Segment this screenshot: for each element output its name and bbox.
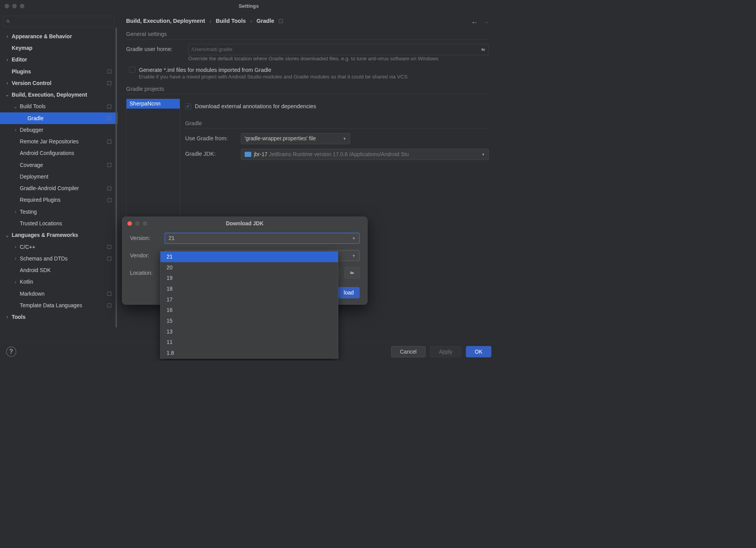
sidebar-item-label: Android SDK <box>20 267 51 274</box>
sidebar-item-build-tools[interactable]: ⌄Build Tools <box>0 101 117 112</box>
scope-icon <box>107 104 112 109</box>
help-button[interactable]: ? <box>6 347 16 357</box>
sidebar-item-languages-frameworks[interactable]: ⌄Languages & Frameworks <box>0 230 117 241</box>
gradle-jdk-label: Gradle JDK: <box>185 149 235 157</box>
sidebar-item-gradle-android-compiler[interactable]: Gradle-Android Compiler <box>0 182 117 194</box>
chevron-down-icon: ⌄ <box>13 104 18 109</box>
chevron-right-icon: › <box>5 34 10 39</box>
sidebar-item-label: Appearance & Behavior <box>12 33 72 39</box>
close-dot[interactable] <box>5 4 9 9</box>
sidebar-item-template-data-languages[interactable]: Template Data Languages <box>0 300 117 311</box>
iml-checkbox[interactable] <box>129 66 135 73</box>
browse-location-button[interactable] <box>344 267 359 279</box>
sidebar-item-label: Coverage <box>20 162 43 168</box>
sidebar-item-kotlin[interactable]: ›Kotlin <box>0 276 117 288</box>
minimize-dot[interactable] <box>12 4 17 9</box>
sidebar-item-keymap[interactable]: Keymap <box>0 42 117 54</box>
sidebar-item-label: Deployment <box>20 174 48 180</box>
sidebar-item-c-c-[interactable]: ›C/C++ <box>0 241 117 253</box>
sidebar-item-editor[interactable]: ›Editor <box>0 54 117 65</box>
section-projects: Gradle projects <box>126 86 489 94</box>
close-dot[interactable] <box>128 221 132 226</box>
sidebar-item-remote-jar-repositories[interactable]: Remote Jar Repositories <box>0 136 117 147</box>
chevron-right-icon: › <box>13 127 18 133</box>
zoom-dot[interactable] <box>20 4 24 9</box>
folder-icon <box>349 271 354 275</box>
sidebar-item-version-control[interactable]: ›Version Control <box>0 77 117 89</box>
scope-icon <box>107 140 112 144</box>
sidebar-item-label: Kotlin <box>20 279 33 285</box>
download-jdk-dialog: Download JDK Version: 21 ▼ Vendor: ▼ Loc… <box>122 217 368 305</box>
sidebar-item-coverage[interactable]: Coverage <box>0 159 117 171</box>
version-label: Version: <box>130 235 160 242</box>
sidebar-item-testing[interactable]: ›Testing <box>0 206 117 218</box>
title-bar: Settings <box>0 0 497 12</box>
scope-icon <box>279 19 283 23</box>
iml-help: Enable if you have a mixed project with … <box>139 73 489 80</box>
sidebar-item-label: Android Configurations <box>20 150 74 157</box>
sidebar-item-label: Remote Jar Repositories <box>20 139 78 145</box>
download-annotations-checkbox[interactable] <box>185 103 191 109</box>
sidebar-item-trusted-locations[interactable]: Trusted Locations <box>0 218 117 229</box>
crumb-b[interactable]: Build Tools <box>216 18 246 24</box>
chevron-right-icon: › <box>250 19 252 24</box>
location-input[interactable] <box>165 267 340 279</box>
scope-icon <box>107 292 112 296</box>
scope-icon <box>107 303 112 308</box>
breadcrumb: Build, Execution, Deployment › Build Too… <box>126 18 489 24</box>
scope-icon <box>107 186 112 191</box>
vendor-select[interactable]: ▼ <box>165 250 360 261</box>
section-general: General settings <box>126 31 489 39</box>
jdk-icon <box>245 152 251 157</box>
sidebar-item-markdown[interactable]: Markdown <box>0 288 117 300</box>
sidebar-item-schemas-and-dtds[interactable]: ›Schemas and DTDs <box>0 253 117 264</box>
chevron-right-icon: › <box>5 315 10 320</box>
forward-arrow-icon: → <box>483 18 490 26</box>
sidebar-item-label: Build, Execution, Deployment <box>12 92 87 98</box>
window-controls <box>5 4 24 9</box>
use-gradle-from-select[interactable]: 'gradle-wrapper.properties' file ▼ <box>241 133 350 144</box>
folder-icon[interactable] <box>480 47 486 52</box>
sidebar-item-debugger[interactable]: ›Debugger <box>0 124 117 136</box>
chevron-down-icon: ▼ <box>352 254 356 258</box>
cancel-button[interactable]: Cancel <box>391 346 426 357</box>
sidebar-item-label: Keymap <box>12 45 32 51</box>
search-icon <box>6 19 10 24</box>
gradle-sub-header: Gradle <box>185 120 489 129</box>
sidebar-search[interactable] <box>3 16 114 27</box>
project-item[interactable]: SherpaNcnn <box>126 99 180 109</box>
scope-icon <box>107 81 112 85</box>
sidebar-item-label: C/C++ <box>20 244 35 250</box>
sidebar-item-android-configurations[interactable]: Android Configurations <box>0 148 117 159</box>
download-button[interactable]: load <box>338 287 359 298</box>
gradle-home-input[interactable]: /Users/matt/.gradle <box>188 44 489 55</box>
iml-label: Generate *.iml files for modules importe… <box>139 66 489 73</box>
version-select[interactable]: 21 ▼ <box>165 233 360 244</box>
sidebar-item-label: Debugger <box>20 127 43 133</box>
ok-button[interactable]: OK <box>466 346 491 357</box>
gradle-jdk-select[interactable]: jbr-17 JetBrains Runtime version 17.0.6 … <box>241 149 489 160</box>
sidebar-item-label: Testing <box>20 209 37 215</box>
sidebar-item-required-plugins[interactable]: Required Plugins <box>0 194 117 206</box>
sidebar-item-tools[interactable]: ›Tools <box>0 311 117 323</box>
sidebar-item-appearance-behavior[interactable]: ›Appearance & Behavior <box>0 31 117 42</box>
sidebar-item-plugins[interactable]: Plugins <box>0 66 117 77</box>
gradle-home-help: Override the default location where Grad… <box>188 55 489 62</box>
sidebar-item-android-sdk[interactable]: Android SDK <box>0 264 117 276</box>
gradle-home-label: Gradle user home: <box>126 44 182 53</box>
chevron-right-icon: › <box>5 80 10 86</box>
download-annotations-label: Download external annotations for depend… <box>195 103 316 110</box>
chevron-right-icon: › <box>13 244 18 250</box>
crumb-c[interactable]: Gradle <box>257 18 274 24</box>
crumb-a[interactable]: Build, Execution, Deployment <box>126 18 205 24</box>
sidebar-item-label: Gradle-Android Compiler <box>20 186 79 192</box>
zoom-dot <box>143 221 147 226</box>
back-arrow-icon[interactable]: ← <box>471 18 478 26</box>
sidebar-item-build-execution-deployment[interactable]: ⌄Build, Execution, Deployment <box>0 89 117 100</box>
apply-button: Apply <box>430 346 461 357</box>
sidebar-item-gradle[interactable]: Gradle <box>0 112 117 124</box>
chevron-right-icon: › <box>210 19 211 24</box>
sidebar-item-deployment[interactable]: Deployment <box>0 171 117 182</box>
dialog-title: Download JDK <box>226 220 264 226</box>
dialog-window-controls <box>128 221 147 226</box>
